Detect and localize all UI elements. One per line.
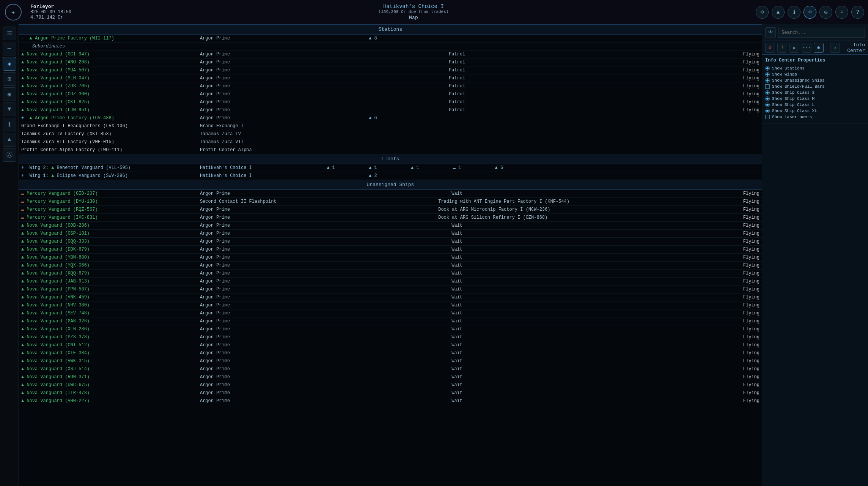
table-row[interactable]: ▲ Nova Vanguard (LJN-951) Argon Prime Pa… — [19, 106, 762, 114]
table-row[interactable]: ▲ Nova Vanguard (OOB-286) Argon Prime Wa… — [19, 222, 762, 230]
radio-show-unassigned[interactable] — [765, 78, 770, 83]
table-row[interactable]: ▲ Nova Vanguard (SEV-748) Argon Prime Wa… — [19, 309, 762, 317]
table-row[interactable]: ▲ Nova Vanguard (OKT-825) Argon Prime Pa… — [19, 98, 762, 106]
table-row[interactable]: Profit Center Alpha Factory (LWO-111) Pr… — [19, 146, 762, 154]
option-show-class-xl[interactable]: Show Ship Class XL — [765, 108, 865, 114]
top-icon-help[interactable]: ? — [851, 6, 864, 19]
sidebar-icon-down[interactable]: ▼ — [3, 103, 16, 116]
top-icon-info[interactable]: ℹ — [788, 6, 800, 19]
table-row[interactable]: ▲ Nova Vanguard (ANO-208) Argon Prime Pa… — [19, 58, 762, 66]
table-row[interactable]: ▲ Nova Vanguard (VNK-459) Argon Prime Wa… — [19, 293, 762, 301]
ship-name-cell[interactable]: ▲ Nova Vanguard (GCI-947) — [19, 50, 198, 58]
toolbar-icon-forward[interactable]: ▶ — [789, 43, 799, 53]
toolbar-icon-alert[interactable]: ! — [777, 43, 787, 53]
radio-show-wings[interactable] — [765, 72, 770, 77]
right-icon-eye[interactable]: 👁 — [765, 27, 776, 38]
table-row[interactable]: ▲ Nova Vanguard (UWC-675) Argon Prime Wa… — [19, 381, 762, 389]
option-show-class-m[interactable]: Show Ship Class M — [765, 96, 865, 102]
option-show-class-l[interactable]: Show Ship Class L — [765, 102, 865, 108]
table-container[interactable]: Stations – ▲ Argon Prime Factory (WII-11… — [19, 24, 762, 486]
sidebar-icon-account[interactable]: Ⓐ — [3, 148, 16, 162]
table-row[interactable]: ▲ Nova Vanguard (RON-371) Argon Prime Wa… — [19, 373, 762, 381]
checkbox-show-shield[interactable] — [765, 84, 770, 89]
ship-name-cell[interactable]: – ▲ Argon Prime Factory (WII-117) — [19, 35, 198, 43]
info-center-properties: Info Center Properties Show Stations Sho… — [762, 55, 868, 123]
table-row[interactable]: ▲ Nova Vanguard (SLH-047) Argon Prime Pa… — [19, 74, 762, 82]
table-row[interactable]: ▲ Nova Vanguard (PPN-587) Argon Prime Wa… — [19, 286, 762, 293]
table-row[interactable]: ▲ Nova Vanguard (CDZ-360) Argon Prime Pa… — [19, 90, 762, 98]
radio-show-stations[interactable] — [765, 66, 770, 71]
table-row[interactable]: ▲ Nova Vanguard (JAB-913) Argon Prime Wa… — [19, 278, 762, 286]
option-show-lasertowers[interactable]: Show Lasertowers — [765, 114, 865, 120]
table-row[interactable]: – Subordinates — [19, 43, 762, 50]
table-row[interactable]: ▲ Nova Vanguard (OIE-384) Argon Prime Wa… — [19, 349, 762, 357]
fleets-header: Fleets — [19, 154, 762, 164]
table-row[interactable]: ▲ Nova Vanguard (DDK-679) Argon Prime Wa… — [19, 246, 762, 254]
table-row[interactable]: ▲ Nova Vanguard (OQQ-333) Argon Prime Wa… — [19, 238, 762, 246]
top-icon-settings[interactable]: ⚙ — [756, 6, 769, 19]
table-row[interactable]: ▲ Nova Vanguard (ZDS-705) Argon Prime Pa… — [19, 82, 762, 90]
table-row[interactable]: ▲ Nova Vanguard (XSJ-514) Argon Prime Wa… — [19, 365, 762, 373]
top-icon-menu[interactable]: ≡ — [835, 6, 848, 19]
table-row[interactable]: + ▲ Argon Prime Factory (TCV-488) Argon … — [19, 114, 762, 122]
sidebar-icon-grid[interactable]: ⊞ — [3, 72, 16, 86]
toolbar-icon-active[interactable]: ⊕ — [814, 43, 824, 53]
checkbox-show-lasertowers[interactable] — [765, 115, 770, 119]
sidebar-icon-info2[interactable]: ℹ — [3, 118, 16, 131]
table-row[interactable]: ▲ Nova Vanguard (MUA-507) Argon Prime Pa… — [19, 66, 762, 74]
table-row[interactable]: Ianamus Zura VII Factory (VWE-015) Ianam… — [19, 138, 762, 146]
table-row[interactable]: + Wing 1: ▲ Eclipse Vanguard (SWV-296) H… — [19, 172, 762, 180]
table-row[interactable]: ▬ Mercury Vanguard (IXC-831) Argon Prime… — [19, 214, 762, 222]
top-icon-alert[interactable]: ▲ — [772, 6, 785, 19]
table-row[interactable]: – ▲ Argon Prime Factory (WII-117) Argon … — [19, 35, 762, 43]
table-row[interactable]: ▲ Nova Vanguard (PZS-378) Argon Prime Wa… — [19, 333, 762, 341]
collapse-icon[interactable]: – — [21, 36, 24, 41]
option-show-stations[interactable]: Show Stations — [765, 65, 865, 71]
table-row[interactable]: + Wing 2: ▲ Behemoth Vanguard (VLL-595) … — [19, 164, 762, 172]
player-info: Forleyor 825-02-09 18:50 4,791,142 Cr — [30, 4, 71, 20]
sidebar-icon-circle[interactable]: ◉ — [3, 87, 16, 101]
table-row[interactable]: ▬ Mercury Vanguard (GID-207) Argon Prime… — [19, 190, 762, 198]
radio-show-class-m[interactable] — [765, 96, 770, 101]
radio-show-class-s[interactable] — [765, 90, 770, 95]
info-section-title: Info Center Properties — [765, 58, 865, 63]
toolbar-icon-ban[interactable]: ⊘ — [765, 43, 775, 53]
table-row[interactable]: ▲ Nova Vanguard (VWK-315) Argon Prime Wa… — [19, 357, 762, 365]
option-show-wings[interactable]: Show Wings — [765, 71, 865, 77]
player-date: 825-02-09 18:50 — [30, 9, 71, 15]
option-label-show-class-xl: Show Ship Class XL — [772, 109, 817, 113]
sidebar-icon-minus[interactable]: — — [3, 42, 16, 55]
top-icon-globe[interactable]: ⊕ — [804, 6, 816, 19]
right-panel: 👁 ⊘ ! ▶ ··· ⊕ ↺ Info Center Info Center … — [762, 24, 868, 486]
main-content: ☰ — ◈ ⊞ ◉ ▼ ℹ ▲ Ⓐ Stations – ▲ Argon Pri… — [0, 24, 868, 486]
option-show-unassigned[interactable]: Show Unassigned Ships — [765, 77, 865, 84]
table-row[interactable]: Grand Exchange I Headquarters (LVX-106) … — [19, 122, 762, 130]
table-row[interactable]: ▲ Nova Vanguard (TTR-478) Argon Prime Wa… — [19, 389, 762, 397]
map-label: Map — [409, 15, 418, 21]
option-show-shield[interactable]: Show Shield/Hull Bars — [765, 84, 865, 90]
right-toolbar: ⊘ ! ▶ ··· ⊕ ↺ Info Center — [762, 41, 868, 55]
table-row[interactable]: ▲ Nova Vanguard (VHH-227) Argon Prime Wa… — [19, 397, 762, 405]
table-row[interactable]: ▲ Nova Vanguard (GAB-326) Argon Prime Wa… — [19, 317, 762, 325]
sidebar-icon-up[interactable]: ▲ — [3, 133, 16, 147]
radio-show-class-l[interactable] — [765, 103, 770, 107]
table-row[interactable]: ▲ Nova Vanguard (XFH-286) Argon Prime Wa… — [19, 325, 762, 333]
table-row[interactable]: ▬ Mercury Vanguard (RQZ-567) Argon Prime… — [19, 206, 762, 214]
table-row[interactable]: ▲ Nova Vanguard (CNT-512) Argon Prime Wa… — [19, 341, 762, 349]
toolbar-icon-more[interactable]: ··· — [802, 43, 811, 53]
toolbar-icon-refresh[interactable]: ↺ — [830, 43, 840, 53]
table-row[interactable]: ▲ Nova Vanguard (NHV-380) Argon Prime Wa… — [19, 301, 762, 309]
table-row[interactable]: ▲ Nova Vanguard (YQX-066) Argon Prime Wa… — [19, 262, 762, 270]
table-row[interactable]: ▲ Nova Vanguard (OSP-181) Argon Prime Wa… — [19, 230, 762, 238]
option-show-class-s[interactable]: Show Ship Class S — [765, 90, 865, 96]
sidebar-icon-property[interactable]: ◈ — [3, 57, 16, 71]
table-row[interactable]: ▲ Nova Vanguard (GCI-947) Argon Prime Pa… — [19, 50, 762, 58]
top-icon-star[interactable]: ◎ — [819, 6, 832, 19]
table-row[interactable]: ▲ Nova Vanguard (KQQ-679) Argon Prime Wa… — [19, 270, 762, 278]
table-row[interactable]: ▲ Nova Vanguard (YBN-880) Argon Prime Wa… — [19, 254, 762, 262]
table-row[interactable]: ▬ Mercury Vanguard (DYU-130) Second Cont… — [19, 198, 762, 206]
sidebar-icon-menu[interactable]: ☰ — [3, 27, 16, 40]
radio-show-class-xl[interactable] — [765, 109, 770, 113]
search-input[interactable] — [778, 28, 865, 38]
table-row[interactable]: Ianamus Zura IV Factory (XKT-853) Ianamu… — [19, 130, 762, 138]
